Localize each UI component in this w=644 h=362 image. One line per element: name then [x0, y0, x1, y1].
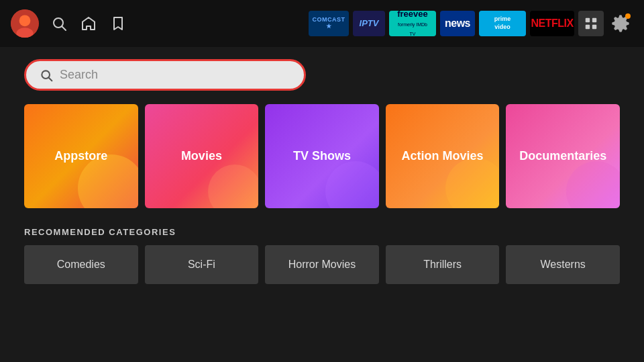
scifi-tile[interactable]: Sci-Fi: [145, 245, 259, 284]
search-bar-icon: [40, 69, 53, 82]
documentaries-tile-label: Documentaries: [519, 149, 606, 163]
settings-notification-dot: [625, 13, 631, 19]
documentaries-tile[interactable]: Documentaries: [506, 104, 620, 208]
netflix-app[interactable]: NETFLIX: [530, 11, 574, 36]
svg-line-10: [49, 77, 52, 81]
thrillers-tile-label: Thrillers: [423, 259, 462, 271]
news-label: news: [445, 17, 470, 30]
svg-point-1: [19, 15, 31, 26]
recommended-section: RECOMMENDED CATEGORIES Comedies Sci-Fi H…: [24, 227, 620, 284]
actionmovies-tile-label: Action Movies: [402, 149, 484, 163]
comcast-app[interactable]: COMCAST★: [309, 11, 349, 36]
freevee-app[interactable]: freeveeformerly IMDb TV: [389, 11, 436, 36]
freevee-label: freeveeformerly IMDb TV: [394, 11, 431, 36]
tvshows-tile[interactable]: TV Shows: [265, 104, 379, 208]
appstore-tile[interactable]: Appstore: [24, 104, 138, 208]
svg-rect-5: [586, 18, 590, 22]
comcast-label: COMCAST★: [313, 17, 345, 30]
comedies-tile[interactable]: Comedies: [24, 245, 138, 284]
appstore-tile-label: Appstore: [54, 149, 107, 163]
recommended-tiles-row: Comedies Sci-Fi Horror Movies Thrillers …: [24, 245, 620, 284]
thrillers-tile[interactable]: Thrillers: [386, 245, 500, 284]
search-bar[interactable]: Search: [24, 59, 306, 91]
nav-left-icons: [11, 9, 127, 38]
movies-tile[interactable]: Movies: [145, 104, 259, 208]
comedies-tile-label: Comedies: [57, 259, 105, 271]
netflix-label: NETFLIX: [531, 17, 573, 30]
recommended-section-title: RECOMMENDED CATEGORIES: [24, 227, 620, 237]
horror-tile[interactable]: Horror Movies: [265, 245, 379, 284]
news-app[interactable]: news: [440, 11, 475, 36]
tvshows-tile-label: TV Shows: [293, 149, 351, 163]
main-content: Search Appstore Movies TV Shows Action M…: [0, 47, 644, 296]
avatar[interactable]: [11, 9, 39, 38]
category-tiles-row: Appstore Movies TV Shows Action Movies D…: [24, 104, 620, 208]
bookmark-icon[interactable]: [109, 14, 127, 33]
search-icon[interactable]: [50, 14, 68, 33]
westerns-tile[interactable]: Westerns: [506, 245, 620, 284]
top-navigation: COMCAST★ IPTV freeveeformerly IMDb TV ne…: [0, 0, 644, 47]
search-input[interactable]: Search: [60, 68, 290, 82]
iptv-label: IPTV: [360, 19, 379, 28]
scifi-tile-label: Sci-Fi: [188, 259, 215, 271]
primevideo-app[interactable]: primevideo: [479, 11, 526, 36]
actionmovies-tile[interactable]: Action Movies: [386, 104, 500, 208]
svg-rect-7: [586, 25, 590, 29]
movies-tile-label: Movies: [181, 149, 222, 163]
svg-rect-8: [592, 25, 596, 29]
svg-line-4: [62, 27, 66, 31]
home-icon[interactable]: [79, 14, 98, 33]
horror-tile-label: Horror Movies: [288, 259, 356, 271]
westerns-tile-label: Westerns: [541, 259, 586, 271]
primevideo-label: primevideo: [494, 15, 511, 31]
grid-menu-icon[interactable]: [578, 11, 604, 36]
iptv-app[interactable]: IPTV: [353, 11, 385, 36]
settings-icon[interactable]: [608, 11, 633, 36]
app-shortcuts: COMCAST★ IPTV freeveeformerly IMDb TV ne…: [309, 11, 633, 36]
svg-rect-6: [592, 18, 596, 22]
